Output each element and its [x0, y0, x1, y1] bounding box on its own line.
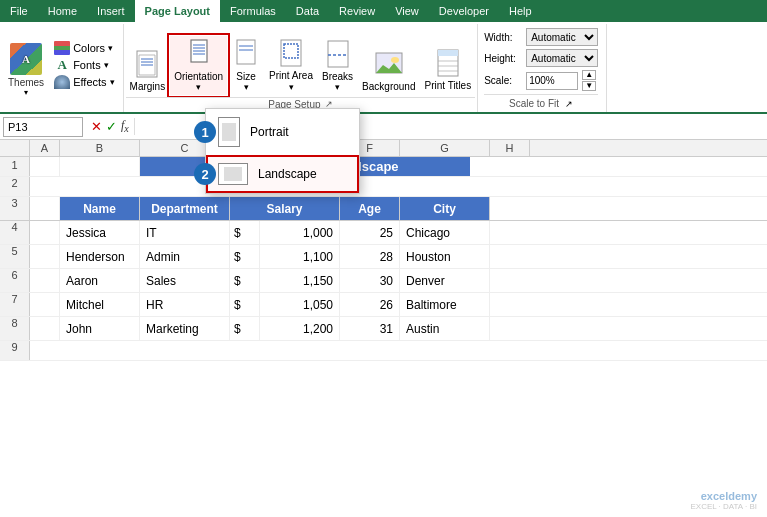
row-header[interactable]: 1 [0, 157, 30, 176]
breaks-button[interactable]: Breaks ▾ [318, 36, 357, 95]
cell-dollar[interactable]: $ [230, 269, 260, 292]
cell[interactable] [30, 157, 60, 176]
cell-age[interactable]: 26 [340, 293, 400, 316]
cell-city[interactable]: Baltimore [400, 293, 490, 316]
cell-name[interactable]: Henderson [60, 245, 140, 268]
cell-salary[interactable]: 1,000 [260, 221, 340, 244]
badge-2: 2 [194, 163, 216, 185]
print-area-label: Print Area [269, 70, 313, 82]
row-header[interactable]: 5 [0, 245, 30, 268]
row-header[interactable]: 6 [0, 269, 30, 292]
themes-button[interactable]: A Themes ▾ [4, 39, 48, 99]
cell[interactable] [30, 245, 60, 268]
badge-1: 1 [194, 121, 216, 143]
landscape-option[interactable]: 2 Landscape [206, 155, 359, 193]
cell-city[interactable]: Chicago [400, 221, 490, 244]
cell[interactable] [30, 317, 60, 340]
cell-dept[interactable]: Marketing [140, 317, 230, 340]
cell-city[interactable]: Austin [400, 317, 490, 340]
background-button[interactable]: Background [358, 46, 419, 95]
cell-dollar[interactable]: $ [230, 293, 260, 316]
cell-dollar[interactable]: $ [230, 317, 260, 340]
row-header[interactable]: 9 [0, 341, 30, 360]
cell-dept[interactable]: IT [140, 221, 230, 244]
cell-name[interactable]: John [60, 317, 140, 340]
tab-page-layout[interactable]: Page Layout [135, 0, 220, 22]
function-icon[interactable]: fx [121, 118, 129, 134]
cell-header-name[interactable]: Name [60, 197, 140, 220]
tab-review[interactable]: Review [329, 0, 385, 22]
cell-dollar[interactable]: $ [230, 221, 260, 244]
cancel-icon[interactable]: ✕ [91, 119, 102, 134]
cell-salary[interactable]: 1,100 [260, 245, 340, 268]
cell[interactable] [30, 197, 60, 220]
confirm-icon[interactable]: ✓ [106, 119, 117, 134]
cell-header-age[interactable]: Age [340, 197, 400, 220]
colors-button[interactable]: Colors▾ [52, 40, 116, 56]
cell-header-city[interactable]: City [400, 197, 490, 220]
ribbon-tabs: File Home Insert Page Layout Formulas Da… [0, 0, 767, 22]
orientation-button[interactable]: Orientation ▾ [170, 36, 227, 95]
cell-header-dept[interactable]: Department [140, 197, 230, 220]
tab-view[interactable]: View [385, 0, 429, 22]
cell[interactable] [30, 269, 60, 292]
scale-down-arrow[interactable]: ▼ [582, 81, 596, 91]
cell[interactable] [60, 157, 140, 176]
scale-input[interactable] [526, 72, 578, 90]
col-header-a[interactable]: A [30, 140, 60, 156]
cell-salary[interactable]: 1,200 [260, 317, 340, 340]
tab-home[interactable]: Home [38, 0, 87, 22]
cell[interactable] [30, 293, 60, 316]
cell-dept[interactable]: Admin [140, 245, 230, 268]
col-header-b[interactable]: B [60, 140, 140, 156]
scale-up-arrow[interactable]: ▲ [582, 70, 596, 80]
height-select[interactable]: Automatic [526, 49, 598, 67]
orientation-label: Orientation [174, 71, 223, 82]
print-titles-button[interactable]: Print Titles [420, 45, 475, 95]
effects-button[interactable]: Effects▾ [52, 74, 116, 90]
background-label: Background [362, 81, 415, 92]
cell-header-salary[interactable]: Salary [230, 197, 340, 220]
cell-age[interactable]: 25 [340, 221, 400, 244]
portrait-label: Portrait [250, 125, 289, 139]
scale-expand-icon[interactable]: ↗ [565, 99, 573, 109]
fonts-button[interactable]: A Fonts▾ [52, 57, 116, 73]
row-header[interactable]: 7 [0, 293, 30, 316]
print-area-button[interactable]: Print Area ▾ [265, 35, 317, 95]
name-box[interactable] [3, 117, 83, 137]
cell-name[interactable]: Aaron [60, 269, 140, 292]
cell-dept[interactable]: Sales [140, 269, 230, 292]
tab-help[interactable]: Help [499, 0, 542, 22]
cell-age[interactable]: 30 [340, 269, 400, 292]
svg-rect-18 [328, 41, 348, 67]
row-header[interactable]: 3 [0, 197, 30, 220]
size-button[interactable]: Size ▾ [228, 36, 264, 95]
cell-name[interactable]: Mitchel [60, 293, 140, 316]
margins-button[interactable]: Margins [126, 46, 170, 95]
cell-dept[interactable]: HR [140, 293, 230, 316]
cell-age[interactable]: 31 [340, 317, 400, 340]
tab-developer[interactable]: Developer [429, 0, 499, 22]
scale-to-fit-label: Scale to Fit [509, 98, 559, 109]
row-header[interactable]: 8 [0, 317, 30, 340]
cell-salary[interactable]: 1,150 [260, 269, 340, 292]
cell-dollar[interactable]: $ [230, 245, 260, 268]
cell-city[interactable]: Denver [400, 269, 490, 292]
row-header[interactable]: 4 [0, 221, 30, 244]
portrait-option[interactable]: 1 Portrait [206, 109, 359, 155]
tab-file[interactable]: File [0, 0, 38, 22]
col-header-g[interactable]: G [400, 140, 490, 156]
landscape-icon [218, 163, 248, 185]
cell-age[interactable]: 28 [340, 245, 400, 268]
cell[interactable] [30, 221, 60, 244]
cell-city[interactable]: Houston [400, 245, 490, 268]
cell[interactable] [470, 157, 767, 176]
col-header-h[interactable]: H [490, 140, 530, 156]
row-header[interactable]: 2 [0, 177, 30, 196]
cell-salary[interactable]: 1,050 [260, 293, 340, 316]
tab-formulas[interactable]: Formulas [220, 0, 286, 22]
tab-insert[interactable]: Insert [87, 0, 135, 22]
width-select[interactable]: Automatic [526, 28, 598, 46]
cell-name[interactable]: Jessica [60, 221, 140, 244]
tab-data[interactable]: Data [286, 0, 329, 22]
